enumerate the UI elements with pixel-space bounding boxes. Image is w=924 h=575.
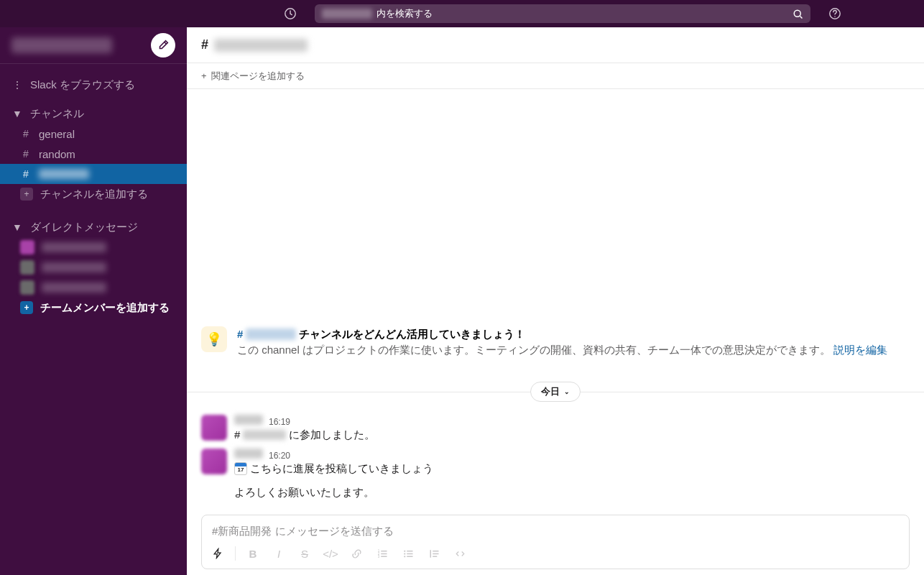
- browse-slack-row[interactable]: ⋮ Slack をブラウズする: [0, 75, 187, 95]
- lightbulb-icon: 💡: [201, 326, 227, 352]
- channel-name-redacted: [246, 328, 296, 340]
- bullet-list-button[interactable]: [397, 543, 420, 564]
- date-divider: 今日 ⌄: [187, 382, 924, 402]
- bold-icon: B: [249, 548, 257, 560]
- message-composer: #新商品開発 にメッセージを送信する B I S </> 123: [201, 515, 910, 569]
- code-block-button[interactable]: [448, 543, 471, 564]
- link-button[interactable]: [345, 543, 368, 564]
- shortcuts-button[interactable]: [206, 543, 229, 564]
- channel-random[interactable]: # random: [0, 144, 187, 164]
- svg-rect-4: [381, 551, 387, 552]
- dm-item[interactable]: [0, 277, 187, 298]
- svg-rect-15: [407, 556, 412, 557]
- ordered-list-icon: 123: [377, 548, 388, 559]
- italic-icon: I: [277, 548, 280, 560]
- date-label: 今日: [541, 385, 560, 398]
- content-pane: # + 関連ページを追加する 💡 # チャンネルをどんどん活用していきましょう！: [187, 27, 924, 575]
- username-redacted: [234, 448, 263, 459]
- svg-rect-17: [433, 551, 438, 552]
- dm-name-redacted: [42, 262, 106, 272]
- channel-name-redacted: [39, 169, 89, 179]
- dm-name-redacted: [42, 282, 106, 293]
- svg-point-11: [404, 553, 405, 554]
- link-icon: [351, 548, 362, 559]
- workspace-header[interactable]: [0, 27, 187, 63]
- blockquote-icon: [429, 548, 440, 559]
- help-button[interactable]: [825, 4, 845, 24]
- bullet-list-icon: [403, 548, 414, 559]
- hash-icon: #: [237, 326, 243, 343]
- lightning-icon: [212, 548, 223, 559]
- messages-scroll[interactable]: 💡 # チャンネルをどんどん活用していきましょう！ この channel はプロ…: [187, 89, 924, 512]
- svg-point-12: [404, 556, 405, 557]
- svg-point-3: [834, 16, 835, 17]
- add-related-page-button[interactable]: + 関連ページを追加する: [187, 63, 924, 89]
- svg-rect-13: [407, 551, 412, 552]
- italic-button[interactable]: I: [267, 543, 290, 564]
- composer-placeholder: #新商品開発 にメッセージを送信する: [212, 525, 394, 538]
- plus-icon: +: [20, 301, 33, 314]
- channel-active[interactable]: #: [0, 164, 187, 184]
- message-time: 16:19: [269, 417, 290, 427]
- dm-name-redacted: [42, 242, 106, 252]
- compose-button[interactable]: [151, 33, 175, 58]
- date-pill[interactable]: 今日 ⌄: [530, 382, 581, 402]
- help-icon: [828, 7, 841, 20]
- code-icon: </>: [323, 548, 338, 560]
- dm-header-label: ダイレクトメッセージ: [30, 221, 138, 234]
- add-member-label: チームメンバーを追加する: [40, 301, 170, 315]
- hash-icon: #: [234, 427, 240, 443]
- composer-input[interactable]: #新商品開発 にメッセージを送信する: [202, 515, 909, 540]
- message-text: よろしくお願いいたします。: [234, 484, 374, 501]
- channel-intro: 💡 # チャンネルをどんどん活用していきましょう！ この channel はプロ…: [187, 321, 924, 376]
- hash-icon: #: [201, 37, 208, 52]
- svg-rect-16: [430, 550, 431, 558]
- sidebar: ⋮ Slack をブラウズする ▼ チャンネル # general # rand…: [0, 27, 187, 575]
- hash-icon: #: [20, 168, 32, 180]
- channel-header: #: [187, 27, 924, 63]
- blockquote-button[interactable]: [422, 543, 445, 564]
- svg-rect-6: [381, 556, 387, 557]
- plus-icon: +: [20, 188, 33, 201]
- channel-label: random: [39, 148, 75, 160]
- channel-general[interactable]: # general: [0, 124, 187, 144]
- svg-rect-5: [381, 553, 387, 554]
- caret-down-icon: ▼: [11, 108, 23, 119]
- workspace-name-redacted: [11, 37, 112, 53]
- dm-item[interactable]: [0, 237, 187, 257]
- compose-icon: [157, 39, 170, 52]
- strikethrough-icon: S: [301, 548, 308, 560]
- svg-point-1: [794, 10, 800, 17]
- chevron-down-icon: ⌄: [564, 388, 570, 395]
- calendar-emoji: 17: [234, 462, 247, 475]
- search-suffix-text: 内を検索する: [376, 7, 433, 20]
- channel-name-redacted: [214, 39, 308, 52]
- search-input[interactable]: 内を検索する: [315, 4, 810, 23]
- add-channel-row[interactable]: + チャンネルを追加する: [0, 184, 187, 204]
- strikethrough-button[interactable]: S: [293, 543, 316, 564]
- svg-point-10: [404, 550, 405, 551]
- avatar-redacted: [201, 448, 227, 474]
- dm-header[interactable]: ▼ ダイレクトメッセージ: [0, 217, 187, 237]
- topbar: 内を検索する: [0, 0, 924, 27]
- username-redacted: [234, 415, 263, 425]
- message: 16:20 17 こちらに進展を投稿していきましょう: [187, 446, 924, 480]
- code-block-icon: [455, 548, 466, 559]
- bold-button[interactable]: B: [241, 543, 264, 564]
- add-member-row[interactable]: + チームメンバーを追加する: [0, 298, 187, 318]
- avatar-redacted: [20, 240, 34, 254]
- channels-header-label: チャンネル: [30, 107, 84, 121]
- message-text: こちらに進展を投稿していきましょう: [250, 461, 433, 477]
- avatar-redacted: [201, 415, 227, 441]
- history-button[interactable]: [280, 4, 300, 24]
- channels-header[interactable]: ▼ チャンネル: [0, 104, 187, 124]
- svg-rect-18: [433, 553, 438, 554]
- browse-label: Slack をブラウズする: [30, 78, 135, 92]
- channel-label: general: [39, 128, 75, 140]
- dm-item[interactable]: [0, 257, 187, 277]
- plus-icon: +: [201, 70, 207, 81]
- edit-description-link[interactable]: 説明を編集: [833, 344, 887, 356]
- ordered-list-button[interactable]: 123: [371, 543, 394, 564]
- code-button[interactable]: </>: [319, 543, 342, 564]
- clock-icon: [284, 7, 297, 20]
